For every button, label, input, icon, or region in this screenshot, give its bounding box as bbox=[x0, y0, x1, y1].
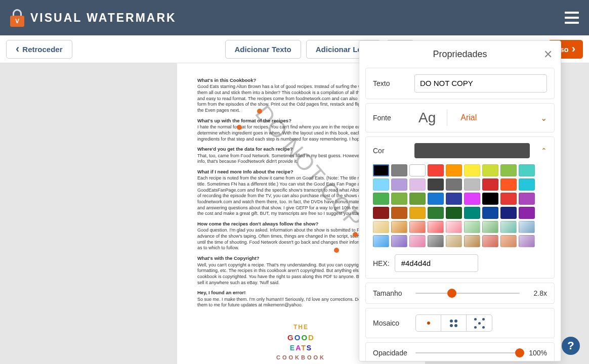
gradient-swatch[interactable] bbox=[428, 235, 444, 247]
gradient-swatch[interactable] bbox=[500, 221, 517, 233]
gradient-swatch[interactable] bbox=[482, 235, 498, 247]
color-swatch[interactable] bbox=[500, 193, 517, 205]
color-swatch[interactable] bbox=[500, 207, 517, 219]
current-color-swatch[interactable] bbox=[414, 143, 530, 158]
gradient-swatch[interactable] bbox=[464, 221, 480, 233]
color-swatch[interactable] bbox=[519, 164, 535, 176]
color-swatch[interactable] bbox=[446, 178, 462, 191]
color-swatch[interactable] bbox=[519, 207, 535, 219]
color-swatch[interactable] bbox=[482, 193, 498, 205]
color-swatch[interactable] bbox=[409, 178, 426, 191]
color-swatch[interactable] bbox=[373, 193, 389, 205]
resize-handle-icon[interactable] bbox=[257, 109, 262, 114]
gradient-swatch[interactable] bbox=[373, 235, 389, 247]
resize-handle-icon[interactable] bbox=[237, 125, 242, 130]
gradient-swatch[interactable] bbox=[446, 221, 462, 233]
color-palette bbox=[373, 164, 547, 247]
panel-title: Propriedades bbox=[433, 49, 487, 60]
color-swatch[interactable] bbox=[482, 178, 498, 191]
properties-panel: Propriedades ✕ Texto Fonte Ag Arial ⌄ Co… bbox=[359, 40, 561, 361]
color-swatch[interactable] bbox=[464, 193, 480, 205]
brand-logo: V VISUAL WATERMARK bbox=[10, 9, 177, 26]
chevron-up-icon[interactable]: ⌃ bbox=[541, 147, 547, 155]
menu-icon[interactable] bbox=[565, 12, 579, 24]
font-picker[interactable]: Fonte Ag Arial ⌄ bbox=[373, 110, 547, 126]
help-button[interactable]: ? bbox=[562, 337, 580, 355]
mosaic-toggle-group bbox=[415, 314, 492, 332]
color-swatch[interactable] bbox=[464, 207, 480, 219]
color-swatch[interactable] bbox=[446, 164, 462, 176]
color-swatch[interactable] bbox=[519, 193, 535, 205]
color-swatch[interactable] bbox=[500, 164, 517, 176]
color-swatch[interactable] bbox=[391, 164, 407, 176]
gradient-swatch[interactable] bbox=[519, 235, 535, 247]
size-value: 2.8x bbox=[526, 289, 547, 297]
gradient-swatch[interactable] bbox=[500, 235, 517, 247]
color-swatch[interactable] bbox=[373, 207, 389, 219]
color-swatch[interactable] bbox=[391, 193, 407, 205]
color-swatch[interactable] bbox=[446, 193, 462, 205]
size-slider[interactable] bbox=[415, 293, 520, 294]
color-swatch[interactable] bbox=[391, 207, 407, 219]
hex-input[interactable] bbox=[395, 254, 478, 272]
brand-text: VISUAL WATERMARK bbox=[30, 11, 177, 25]
gradient-swatch[interactable] bbox=[409, 221, 426, 233]
slider-thumb-icon[interactable] bbox=[515, 348, 524, 357]
gradient-swatch[interactable] bbox=[409, 235, 426, 247]
resize-handle-icon[interactable] bbox=[334, 248, 339, 253]
color-swatch[interactable] bbox=[428, 178, 444, 191]
add-text-button[interactable]: Adicionar Texto bbox=[225, 40, 301, 59]
watermark-text-input[interactable] bbox=[414, 74, 547, 93]
color-swatch[interactable] bbox=[428, 193, 444, 205]
font-sample: Ag bbox=[418, 110, 436, 126]
gradient-swatch[interactable] bbox=[391, 235, 407, 247]
color-swatch[interactable] bbox=[373, 164, 389, 176]
mosaic-grid4-button[interactable] bbox=[441, 315, 467, 331]
chevron-down-icon: ⌄ bbox=[540, 113, 547, 123]
mosaic-single-button[interactable] bbox=[416, 315, 441, 331]
gradient-swatch[interactable] bbox=[446, 235, 462, 247]
mosaic-grid5-button[interactable] bbox=[467, 315, 492, 331]
gradient-swatch[interactable] bbox=[373, 221, 389, 233]
color-label: Cor bbox=[373, 147, 408, 155]
opacity-value: 100% bbox=[526, 349, 547, 357]
gradient-swatch[interactable] bbox=[464, 235, 480, 247]
color-swatch[interactable] bbox=[409, 164, 426, 176]
color-swatch[interactable] bbox=[482, 207, 498, 219]
color-swatch[interactable] bbox=[446, 207, 462, 219]
color-swatch[interactable] bbox=[373, 178, 389, 191]
opacity-slider[interactable] bbox=[415, 352, 520, 353]
color-swatch[interactable] bbox=[464, 178, 480, 191]
slider-thumb-icon[interactable] bbox=[447, 289, 456, 298]
size-label: Tamanho bbox=[373, 289, 409, 297]
color-swatch[interactable] bbox=[409, 207, 426, 219]
app-header: V VISUAL WATERMARK bbox=[0, 0, 589, 35]
color-swatch[interactable] bbox=[500, 178, 517, 191]
lock-icon: V bbox=[10, 9, 24, 26]
gradient-swatch[interactable] bbox=[482, 221, 498, 233]
color-swatch[interactable] bbox=[428, 164, 444, 176]
close-icon[interactable]: ✕ bbox=[543, 48, 553, 61]
color-swatch[interactable] bbox=[391, 178, 407, 191]
mosaic-label: Mosaico bbox=[373, 319, 409, 327]
color-swatch[interactable] bbox=[409, 193, 426, 205]
color-swatch[interactable] bbox=[428, 207, 444, 219]
color-swatch[interactable] bbox=[519, 178, 535, 191]
text-label: Texto bbox=[373, 79, 408, 87]
gradient-swatch[interactable] bbox=[519, 221, 535, 233]
color-swatch[interactable] bbox=[464, 164, 480, 176]
color-swatch[interactable] bbox=[482, 164, 498, 176]
hex-label: HEX: bbox=[373, 259, 390, 267]
opacity-label: Opacidade bbox=[373, 349, 409, 357]
font-name: Arial bbox=[460, 113, 477, 122]
back-button[interactable]: Retroceder bbox=[6, 40, 72, 59]
gradient-swatch[interactable] bbox=[391, 221, 407, 233]
gradient-swatch[interactable] bbox=[428, 221, 444, 233]
resize-handle-icon[interactable] bbox=[353, 232, 358, 237]
